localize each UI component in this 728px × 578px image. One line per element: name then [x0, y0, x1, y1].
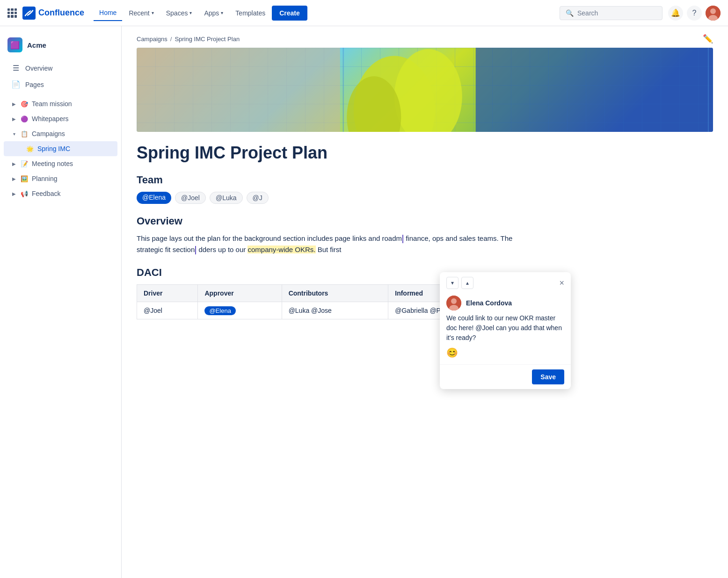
workspace-header[interactable]: 🟪 Acme — [0, 34, 121, 60]
daci-col-driver: Driver — [137, 285, 198, 302]
nav-home[interactable]: Home — [94, 5, 122, 21]
chevron-right-icon: ▶ — [11, 176, 17, 181]
feedback-icon: 📢 — [20, 189, 29, 198]
comment-user-avatar — [446, 296, 461, 311]
chevron-down-icon: ▾ — [221, 10, 223, 15]
workspace-name: Acme — [27, 41, 46, 49]
breadcrumb-campaigns[interactable]: Campaigns — [137, 36, 167, 43]
comment-popup: ▾ ▴ × Elena Cordova — [440, 272, 571, 389]
overview-icon: ☰ — [11, 64, 21, 72]
comment-close-button[interactable]: × — [559, 279, 564, 287]
workspace-icon: 🟪 — [7, 37, 22, 52]
approver-tag-elena[interactable]: @Elena — [204, 306, 235, 315]
cursor-line — [402, 235, 403, 243]
pages-icon: 📄 — [11, 80, 21, 89]
confluence-logo[interactable]: Confluence — [22, 7, 84, 20]
user-avatar[interactable] — [706, 6, 721, 21]
tag-luka[interactable]: @Luka — [210, 192, 243, 204]
search-icon: 🔍 — [566, 9, 574, 17]
tag-elena[interactable]: @Elena — [137, 192, 171, 204]
cursor-line — [195, 246, 196, 254]
comment-popup-header: ▾ ▴ × — [440, 272, 571, 291]
tag-joel[interactable]: @Joel — [175, 192, 206, 204]
sidebar-overview[interactable]: ☰ Overview — [4, 60, 117, 76]
sidebar-tree: ▶ 🎯 Team mission ▶ 🟣 Whitepapers ▾ 📋 Cam… — [0, 96, 121, 201]
comment-body: We could link to our new OKR master doc … — [440, 313, 571, 364]
apps-grid-icon[interactable] — [7, 8, 17, 18]
hero-image — [137, 48, 713, 132]
notifications-button[interactable]: 🔔 — [668, 6, 683, 21]
nav-recent[interactable]: Recent ▾ — [123, 6, 159, 21]
sidebar-item-feedback[interactable]: ▶ 📢 Feedback — [4, 186, 117, 201]
logo-text: Confluence — [38, 8, 84, 18]
daci-contributors: @Luka @Jose — [282, 302, 388, 319]
chevron-right-icon: ▶ — [11, 191, 17, 196]
chevron-down-icon: ▾ — [11, 131, 17, 137]
comment-user-row: Elena Cordova — [440, 291, 571, 313]
svg-rect-0 — [22, 7, 36, 20]
sidebar-item-planning[interactable]: ▶ 🖼️ Planning — [4, 171, 117, 186]
campaigns-icon: 📋 — [20, 129, 29, 138]
team-heading: Team — [137, 174, 528, 186]
comment-next-button[interactable]: ▴ — [461, 277, 473, 289]
svg-rect-9 — [137, 48, 340, 132]
create-button[interactable]: Create — [272, 6, 307, 21]
daci-driver: @Joel — [137, 302, 198, 319]
search-bar[interactable]: 🔍 Search — [560, 6, 662, 20]
chevron-right-icon: ▶ — [11, 161, 17, 166]
chevron-right-icon: ▶ — [11, 101, 17, 107]
sidebar-item-team-mission[interactable]: ▶ 🎯 Team mission — [4, 96, 117, 111]
page-content-area: Spring IMC Project Plan Team @Elena @Joe… — [122, 132, 543, 331]
svg-point-19 — [451, 298, 457, 304]
comment-save-button[interactable]: Save — [532, 369, 564, 384]
comment-prev-button[interactable]: ▾ — [446, 277, 459, 289]
sidebar-item-meeting-notes[interactable]: ▶ 📝 Meeting notes — [4, 156, 117, 171]
sidebar-pages[interactable]: 📄 Pages — [4, 76, 117, 93]
daci-approver: @Elena — [198, 302, 282, 319]
comment-username: Elena Cordova — [466, 299, 512, 307]
meeting-notes-icon: 📝 — [20, 159, 29, 168]
breadcrumb-separator: / — [170, 36, 172, 43]
nav-templates[interactable]: Templates — [230, 6, 271, 21]
page-title: Spring IMC Project Plan — [137, 143, 528, 163]
chevron-down-icon: ▾ — [152, 10, 154, 15]
comment-footer: Save — [440, 364, 571, 389]
main-nav: Home Recent ▾ Spaces ▾ Apps ▾ Templates … — [94, 5, 558, 21]
team-mission-icon: 🎯 — [20, 99, 29, 108]
chevron-right-icon: ▶ — [11, 116, 17, 122]
sidebar: 🟪 Acme ☰ Overview 📄 Pages ▶ 🎯 Team missi… — [0, 26, 122, 578]
comment-emoji: 😊 — [446, 346, 564, 360]
whitepapers-icon: 🟣 — [20, 114, 29, 123]
edit-icon[interactable]: ✏️ — [703, 34, 713, 44]
svg-rect-8 — [476, 48, 713, 132]
spring-imc-icon: 🌟 — [25, 144, 35, 153]
top-navigation: Confluence Home Recent ▾ Spaces ▾ Apps ▾… — [0, 0, 728, 26]
breadcrumb-current: Spring IMC Project Plan — [175, 36, 240, 43]
nav-spaces[interactable]: Spaces ▾ — [160, 6, 198, 21]
svg-point-2 — [710, 8, 716, 14]
highlighted-text: company-wide OKRs. — [248, 246, 315, 253]
sidebar-item-campaigns[interactable]: ▾ 📋 Campaigns — [4, 126, 117, 141]
planning-icon: 🖼️ — [20, 174, 29, 183]
breadcrumb: Campaigns / Spring IMC Project Plan — [137, 36, 703, 43]
help-button[interactable]: ? — [687, 6, 702, 21]
main-content: Campaigns / Spring IMC Project Plan ✏️ — [122, 26, 728, 578]
sidebar-item-whitepapers[interactable]: ▶ 🟣 Whitepapers — [4, 111, 117, 126]
team-tags: @Elena @Joel @Luka @J — [137, 192, 528, 204]
topnav-right-actions: 🔔 ? — [668, 6, 721, 21]
sidebar-item-spring-imc[interactable]: 🌟 Spring IMC — [4, 141, 117, 156]
daci-col-approver: Approver — [198, 285, 282, 302]
overview-heading: Overview — [137, 215, 528, 227]
daci-col-contributors: Contributors — [282, 285, 388, 302]
nav-apps[interactable]: Apps ▾ — [198, 6, 229, 21]
chevron-down-icon: ▾ — [189, 10, 192, 15]
comment-navigation: ▾ ▴ — [446, 277, 473, 289]
tag-j[interactable]: @J — [247, 192, 269, 204]
overview-body: This page lays out the plan for the back… — [137, 233, 528, 255]
